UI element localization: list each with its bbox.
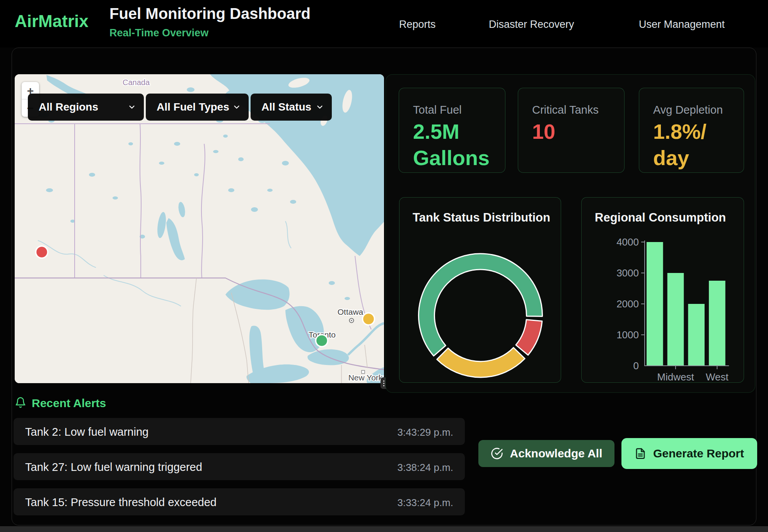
generate-report-button[interactable]: Generate Report	[621, 438, 757, 469]
tank-marker-warning[interactable]	[363, 313, 375, 325]
header: AirMatrix Fuel Monitoring Dashboard Real…	[0, 0, 768, 48]
region-filter-value: All Regions	[39, 101, 98, 113]
alert-message: Tank 15: Pressure threshold exceeded	[25, 496, 217, 509]
nav-user-management[interactable]: User Management	[639, 18, 725, 31]
chevron-down-icon	[232, 103, 241, 111]
stat-card-total-fuel: Total Fuel 2.5MGallons	[399, 88, 505, 173]
svg-text:West: West	[706, 371, 729, 383]
alert-row[interactable]: Tank 15: Pressure threshold exceeded 3:3…	[14, 488, 465, 515]
bar-3	[709, 281, 725, 366]
chevron-down-icon	[316, 103, 324, 111]
svg-text:3000: 3000	[616, 267, 639, 279]
newyork-town-dot	[362, 370, 365, 373]
alert-timestamp: 3:33:24 p.m.	[397, 497, 453, 509]
tank-marker-critical[interactable]	[36, 246, 48, 258]
tank-status-donut-chart	[399, 198, 561, 383]
region-filter-dropdown[interactable]: All Regions	[28, 94, 144, 121]
page-title: Fuel Monitoring Dashboard	[109, 5, 311, 22]
alert-message: Tank 27: Low fuel warning triggered	[25, 461, 202, 474]
stat-value: 1.8%/day	[653, 118, 707, 171]
stats-panel: Total Fuel 2.5MGallons Critical Tanks 10…	[386, 74, 755, 393]
alert-message: Tank 2: Low fuel warning	[25, 426, 148, 438]
generate-report-label: Generate Report	[653, 447, 744, 460]
map[interactable]: Canada Ottawa Toronto New York + − All R…	[15, 74, 384, 383]
stat-label: Total Fuel	[413, 104, 462, 116]
file-text-icon	[635, 448, 646, 459]
svg-text:1000: 1000	[616, 329, 639, 341]
regional-consumption-bar-chart: 01000200030004000MidwestWest	[582, 198, 744, 383]
map-label-newyork: New York	[348, 373, 383, 382]
stat-card-avg-depletion: Avg Depletion 1.8%/day	[639, 88, 744, 173]
map-label-ottawa: Ottawa	[338, 307, 364, 316]
status-filter-dropdown[interactable]: All Status	[251, 94, 332, 121]
bell-icon	[15, 396, 26, 409]
app-logo: AirMatrix	[15, 12, 89, 31]
alert-timestamp: 3:38:24 p.m.	[397, 462, 453, 474]
donut-segment-critical	[516, 320, 542, 355]
alert-row[interactable]: Tank 2: Low fuel warning 3:43:29 p.m.	[14, 418, 465, 445]
svg-text:0: 0	[633, 360, 639, 372]
svg-text:4000: 4000	[616, 236, 639, 248]
stat-card-critical-tanks: Critical Tanks 10	[518, 88, 625, 173]
svg-text:2000: 2000	[616, 298, 639, 310]
acknowledge-all-button[interactable]: Acknowledge All	[478, 440, 614, 467]
stat-label: Critical Tanks	[532, 104, 599, 116]
chevron-down-icon	[128, 103, 136, 111]
stat-label: Avg Depletion	[653, 104, 723, 116]
check-circle-icon	[491, 447, 503, 460]
tank-marker-normal[interactable]	[316, 335, 328, 347]
donut-segment-warning	[437, 348, 525, 377]
bar-1	[667, 273, 684, 366]
svg-text:Midwest: Midwest	[657, 371, 694, 383]
fuel-type-filter-dropdown[interactable]: All Fuel Types	[146, 94, 249, 121]
bar-2	[688, 304, 705, 366]
nav-reports[interactable]: Reports	[399, 18, 436, 31]
donut-chart-card: Tank Status Distribution	[399, 197, 561, 383]
stat-value: 2.5MGallons	[413, 118, 490, 171]
bar-chart-card: Regional Consumption 01000200030004000Mi…	[581, 197, 744, 383]
fuel-type-filter-value: All Fuel Types	[157, 101, 229, 113]
alert-row[interactable]: Tank 27: Low fuel warning triggered 3:38…	[14, 453, 465, 480]
alerts-heading: Recent Alerts	[32, 397, 106, 410]
status-filter-value: All Status	[261, 101, 311, 113]
page-subtitle: Real-Time Overview	[109, 27, 208, 39]
acknowledge-all-label: Acknowledge All	[510, 447, 602, 460]
bar-0	[647, 242, 663, 366]
alert-timestamp: 3:43:29 p.m.	[397, 426, 453, 438]
bottom-scrollbar-strip	[0, 526, 768, 532]
fuel-monitoring-dashboard: AirMatrix Fuel Monitoring Dashboard Real…	[0, 0, 768, 532]
map-label-canada: Canada	[123, 78, 150, 87]
nav-disaster-recovery[interactable]: Disaster Recovery	[489, 18, 574, 31]
stat-value: 10	[532, 118, 555, 145]
